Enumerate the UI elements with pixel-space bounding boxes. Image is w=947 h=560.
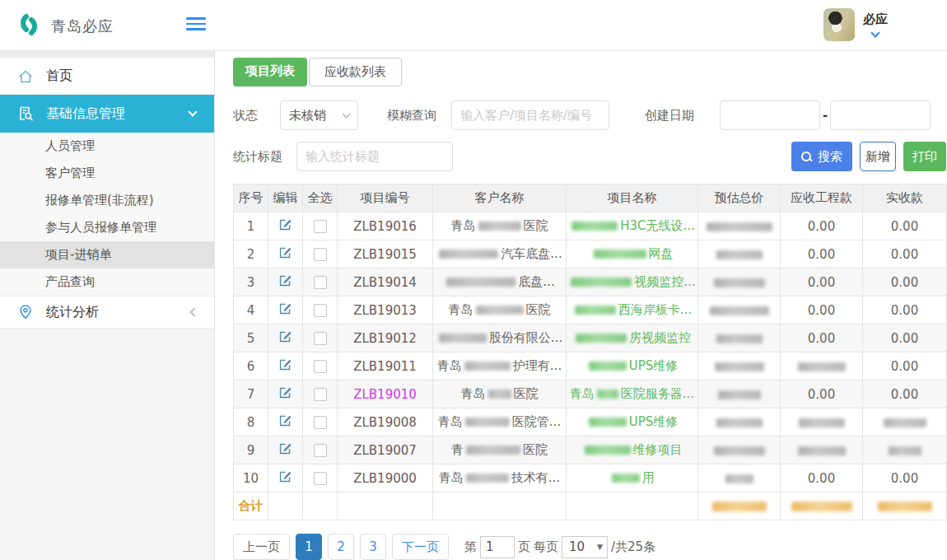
row-checkbox[interactable] xyxy=(314,248,327,261)
sidebar-item-basic-info[interactable]: 基础信息管理 xyxy=(0,95,214,133)
add-button[interactable]: 新增 xyxy=(860,142,896,171)
filter-row-1: 状态 未核销 模糊查询 创建日期 - xyxy=(233,100,946,130)
table-row: 4 ZLB19013青岛医院西海岸板卡...0.000.00 xyxy=(234,296,947,324)
project-code-link[interactable]: ZLB19016 xyxy=(353,219,417,234)
edit-icon[interactable] xyxy=(278,357,292,375)
cell-edit xyxy=(268,240,303,268)
redacted-text xyxy=(439,250,498,259)
row-checkbox[interactable] xyxy=(314,388,327,401)
menu-toggle-icon[interactable] xyxy=(186,17,206,32)
sidebar-subitem[interactable]: 人员管理 xyxy=(0,133,214,160)
sidebar-subitem[interactable]: 项目-进销单 xyxy=(0,241,214,268)
row-checkbox[interactable] xyxy=(314,444,327,457)
sidebar-subitem[interactable]: 参与人员报修单管理 xyxy=(0,214,214,241)
row-checkbox[interactable] xyxy=(314,416,327,429)
pagination: 上一页 123 下一页 第 页 每页 10 ▼ /共25条 xyxy=(233,534,947,560)
edit-icon[interactable] xyxy=(278,469,292,487)
project-name-link[interactable]: 维修项目 xyxy=(582,442,683,457)
row-checkbox[interactable] xyxy=(314,304,327,317)
cell-received: 0.00 xyxy=(863,212,947,240)
project-code-link[interactable]: ZLB19010 xyxy=(353,387,417,402)
column-header: 项目名称 xyxy=(567,184,698,212)
edit-icon[interactable] xyxy=(278,301,292,319)
edit-icon[interactable] xyxy=(278,273,292,291)
stat-title-input[interactable] xyxy=(296,142,453,171)
redacted-text xyxy=(594,250,646,259)
page-button-2[interactable]: 2 xyxy=(328,534,354,560)
edit-icon[interactable] xyxy=(278,413,292,431)
next-page-button[interactable]: 下一页 xyxy=(392,534,449,560)
project-name-link[interactable]: UPS维修 xyxy=(586,358,679,373)
sidebar-item-home[interactable]: 首页 xyxy=(0,58,214,95)
status-select[interactable]: 未核销 xyxy=(280,100,358,130)
sidebar-subitem[interactable]: 产品查询 xyxy=(0,268,214,296)
per-page-select[interactable]: 10 ▼ xyxy=(562,536,608,558)
edit-icon[interactable] xyxy=(278,329,292,347)
print-button[interactable]: 打印 xyxy=(903,142,946,171)
cell-estimated-total xyxy=(698,352,781,380)
sidebar-item-label: 统计分析 xyxy=(46,304,99,321)
project-name-link[interactable]: 视频监控... xyxy=(568,274,695,289)
project-code-link[interactable]: ZLB19012 xyxy=(353,331,417,346)
row-checkbox[interactable] xyxy=(314,360,327,373)
project-name-link[interactable]: H3C无线设... xyxy=(569,218,695,233)
project-name-link[interactable]: 网盘 xyxy=(591,246,674,261)
project-name-link[interactable]: 房视频监控 xyxy=(573,330,691,345)
redacted-text xyxy=(589,362,627,371)
project-name-link[interactable]: UPS维修 xyxy=(586,414,679,429)
prev-page-button[interactable]: 上一页 xyxy=(233,534,290,560)
cell-select xyxy=(303,296,338,324)
cell-project-name: 用 xyxy=(567,464,698,492)
project-name-link[interactable]: 用 xyxy=(609,470,655,485)
cell-select xyxy=(303,324,338,352)
row-checkbox[interactable] xyxy=(314,276,327,289)
date-to-input[interactable] xyxy=(830,100,931,130)
user-menu[interactable]: 必应 xyxy=(863,8,888,36)
cell-receivable: 0.00 xyxy=(781,268,863,296)
page-button-3[interactable]: 3 xyxy=(360,534,386,560)
cell-project-name: UPS维修 xyxy=(567,352,698,380)
column-header: 项目编号 xyxy=(338,184,433,212)
project-code-link[interactable]: ZLB19015 xyxy=(353,247,417,262)
cell-received xyxy=(863,408,947,436)
cell-received: 0.00 xyxy=(863,464,947,492)
cell-edit xyxy=(268,380,303,408)
edit-icon[interactable] xyxy=(278,245,292,263)
sidebar-item-label: 首页 xyxy=(46,68,72,85)
avatar[interactable] xyxy=(823,8,855,41)
row-checkbox[interactable] xyxy=(314,220,327,233)
edit-icon[interactable] xyxy=(278,217,292,235)
search-button[interactable]: 搜索 xyxy=(791,142,852,171)
sidebar-subitem[interactable]: 客户管理 xyxy=(0,160,214,187)
project-code-link[interactable]: ZLB19011 xyxy=(353,359,417,374)
cell-project-code: ZLB19008 xyxy=(338,408,433,436)
cell-receivable: 0.00 xyxy=(781,380,863,408)
project-code-link[interactable]: ZLB19007 xyxy=(353,443,417,458)
row-checkbox[interactable] xyxy=(314,332,327,345)
cell-project-name: 维修项目 xyxy=(567,436,698,464)
cell-project-name: H3C无线设... xyxy=(567,212,698,240)
total-estimated xyxy=(698,492,781,520)
tab-receivables-list[interactable]: 应收款列表 xyxy=(309,58,402,86)
date-from-input[interactable] xyxy=(720,100,820,130)
fuzzy-search-input[interactable] xyxy=(451,100,609,130)
cell-project-name: UPS维修 xyxy=(567,408,698,436)
project-code-link[interactable]: ZLB19000 xyxy=(353,471,417,486)
project-name-link[interactable]: 青岛医院服务器... xyxy=(570,386,694,401)
edit-icon[interactable] xyxy=(278,441,292,459)
project-code-link[interactable]: ZLB19014 xyxy=(353,275,417,290)
project-code-link[interactable]: ZLB19008 xyxy=(353,415,417,430)
edit-icon[interactable] xyxy=(278,385,292,403)
sidebar-item-statistics[interactable]: 统计分析 xyxy=(0,296,214,329)
tab-project-list[interactable]: 项目列表 xyxy=(233,58,307,86)
per-page-value: 10 xyxy=(569,539,585,554)
row-checkbox[interactable] xyxy=(314,472,327,485)
sidebar-subitem[interactable]: 报修单管理(非流程) xyxy=(0,187,214,214)
project-name-link[interactable]: 西海岸板卡... xyxy=(572,302,692,317)
project-table: 序号编辑全选项目编号客户名称项目名称预估总价应收工程款实收款 1 ZLB1901… xyxy=(233,184,947,520)
table-row: 1 ZLB19016青岛医院H3C无线设...0.000.00 xyxy=(234,212,947,240)
project-code-link[interactable]: ZLB19013 xyxy=(353,303,417,318)
page-button-1[interactable]: 1 xyxy=(296,534,322,560)
filter-row-2: 统计标题 搜索 新增 打印 xyxy=(233,142,946,171)
page-number-input[interactable] xyxy=(480,536,515,558)
